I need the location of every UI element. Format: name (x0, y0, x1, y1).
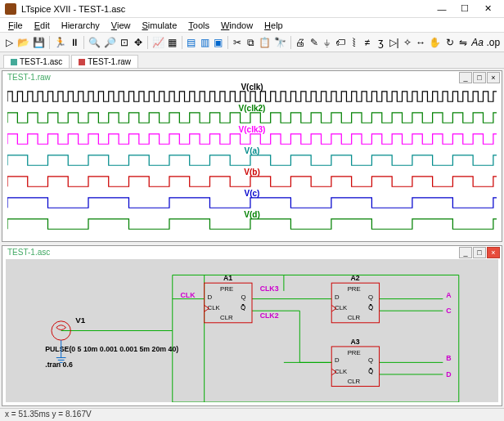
waveform-trace[interactable]: V(a) (7, 148, 497, 169)
tab-waveform[interactable]: TEST-1.raw (71, 55, 138, 68)
trace-label[interactable]: V(b) (244, 168, 259, 177)
net-d[interactable]: D (446, 370, 451, 378)
net-c[interactable]: C (446, 307, 452, 315)
new-icon[interactable]: ▷ (3, 35, 15, 50)
net-clk2[interactable]: CLK2 (260, 311, 279, 320)
diode-icon[interactable]: ▷| (388, 35, 399, 50)
menu-view[interactable]: View (106, 20, 136, 31)
label-icon[interactable]: 🏷 (335, 35, 346, 50)
waveform-trace[interactable]: V(clk2) (7, 105, 497, 127)
text-icon[interactable]: Aa (470, 35, 484, 50)
waveform-trace[interactable]: V(clk) (7, 84, 497, 105)
svg-text:Q̄: Q̄ (368, 368, 373, 375)
svg-text:CLK: CLK (208, 304, 221, 311)
zoom-fit-icon[interactable]: ⊡ (119, 35, 130, 50)
find-icon[interactable]: 🔭 (273, 35, 287, 50)
net-b[interactable]: B (446, 354, 451, 362)
rotate-icon[interactable]: ↻ (443, 35, 455, 50)
zoom-out-icon[interactable]: 🔎 (103, 35, 117, 50)
menu-hierarchy[interactable]: Hierarchy (56, 20, 105, 31)
svg-text:CLK: CLK (335, 368, 348, 375)
paste-icon[interactable]: 📋 (258, 35, 272, 50)
component-a2[interactable]: A2 PRE D Q CLK Q̄ CLR (331, 274, 379, 323)
tile-v-icon[interactable]: ▥ (199, 35, 210, 50)
app-icon (5, 3, 16, 15)
pane-max-icon[interactable]: □ (473, 72, 486, 83)
capacitor-icon[interactable]: ≠ (362, 35, 373, 50)
pane-close-icon[interactable]: × (487, 72, 500, 83)
copy-icon[interactable]: ⧉ (245, 35, 256, 50)
close-button[interactable]: ✕ (476, 2, 499, 16)
menu-simulate[interactable]: Simulate (137, 20, 182, 31)
component-v1[interactable]: V1 (52, 316, 86, 340)
open-icon[interactable]: 📂 (16, 35, 30, 50)
inductor-icon[interactable]: ʒ (375, 35, 386, 50)
trace-label[interactable]: V(a) (245, 146, 260, 155)
net-clk[interactable]: CLK (181, 291, 196, 299)
zoom-in-icon[interactable]: 🔍 (88, 35, 101, 50)
svg-text:PRE: PRE (220, 285, 233, 293)
menu-help[interactable]: Help (259, 20, 288, 31)
waveform-plot[interactable]: V(clk)V(clk2)V(clk3)V(a)V(b)V(c)V(d) (7, 84, 497, 238)
component-a3[interactable]: A3 PRE D Q CLK Q̄ CLR (331, 338, 379, 387)
cascade-icon[interactable]: ▣ (212, 35, 223, 50)
waveform-trace[interactable]: V(d) (7, 212, 497, 233)
svg-text:A1: A1 (223, 274, 232, 282)
menu-window[interactable]: Window (216, 20, 258, 31)
resistor-icon[interactable]: ⦚ (348, 35, 359, 50)
pan-icon[interactable]: ✥ (133, 35, 144, 50)
menu-file[interactable]: File (3, 20, 28, 31)
menu-edit[interactable]: Edit (29, 20, 55, 31)
pane-min-icon[interactable]: _ (459, 247, 472, 258)
schematic-canvas[interactable]: V1 PULSE(0 5 10m 0.001 0.001 5m 20m 40) … (6, 259, 498, 402)
pane-close-icon[interactable]: × (487, 247, 500, 258)
wire-icon[interactable]: ✎ (308, 35, 319, 50)
status-bar: x = 51.35ms y = 8.167V (0, 408, 504, 421)
pane-title: TEST-1.raw (7, 73, 51, 82)
trace-label[interactable]: V(clk3) (239, 125, 266, 134)
maximize-button[interactable]: ☐ (453, 2, 476, 16)
trace-label[interactable]: V(d) (244, 210, 259, 219)
svg-text:Q̄: Q̄ (241, 304, 245, 311)
save-icon[interactable]: 💾 (32, 35, 46, 50)
spice-pulse-text[interactable]: PULSE(0 5 10m 0.001 0.001 5m 20m 40) (45, 345, 178, 353)
print-icon[interactable]: 🖨 (295, 35, 306, 50)
drag-icon[interactable]: ✋ (428, 35, 442, 50)
pane-max-icon[interactable]: □ (473, 247, 486, 258)
run-icon[interactable]: 🏃 (53, 35, 67, 50)
waveform-trace[interactable]: V(clk3) (7, 127, 497, 148)
svg-text:CLR: CLR (348, 378, 361, 385)
trace-label[interactable]: V(c) (245, 189, 260, 198)
ground-icon[interactable]: ⏚ (322, 35, 333, 50)
waveform-trace[interactable]: V(c) (7, 190, 497, 212)
spice-icon[interactable]: .op (486, 35, 501, 50)
grid-icon[interactable]: ▦ (167, 35, 178, 50)
cut-icon[interactable]: ✂ (232, 35, 243, 50)
svg-text:Q: Q (241, 293, 245, 301)
toolbar-separator (227, 36, 228, 49)
pane-min-icon[interactable]: _ (459, 72, 472, 83)
waveform-pane: TEST-1.raw _ □ × V(clk)V(clk2)V(clk3)V(a… (2, 70, 502, 242)
mirror-icon[interactable]: ⇋ (457, 35, 469, 50)
autoscale-icon[interactable]: 📈 (151, 35, 165, 50)
spice-tran-text[interactable]: .tran 0.6 (45, 361, 73, 369)
minimize-button[interactable]: — (430, 2, 453, 16)
tab-label: TEST-1.asc (20, 57, 62, 66)
pane-controls: _ □ × (459, 72, 500, 83)
trace-label[interactable]: V(clk2) (239, 104, 266, 113)
tab-label: TEST-1.raw (88, 57, 131, 66)
component-a1[interactable]: A1 PRE D Q CLK Q̄ CLR (205, 274, 252, 323)
tab-schematic[interactable]: TEST-1.asc (3, 55, 70, 68)
component-icon[interactable]: ✧ (402, 35, 413, 50)
menu-tools[interactable]: Tools (183, 20, 214, 31)
net-a[interactable]: A (446, 291, 452, 299)
pane-controls: _ □ × (459, 247, 500, 258)
tile-h-icon[interactable]: ▤ (186, 35, 197, 50)
waveform-trace[interactable]: V(b) (7, 169, 497, 190)
net-clk3[interactable]: CLK3 (260, 284, 279, 293)
pane-title: TEST-1.asc (7, 248, 50, 257)
trace-label[interactable]: V(clk) (241, 83, 263, 92)
toolbar-separator (49, 36, 50, 49)
stop-icon[interactable]: ⏸ (69, 35, 80, 50)
move-icon[interactable]: ↔ (415, 35, 426, 50)
